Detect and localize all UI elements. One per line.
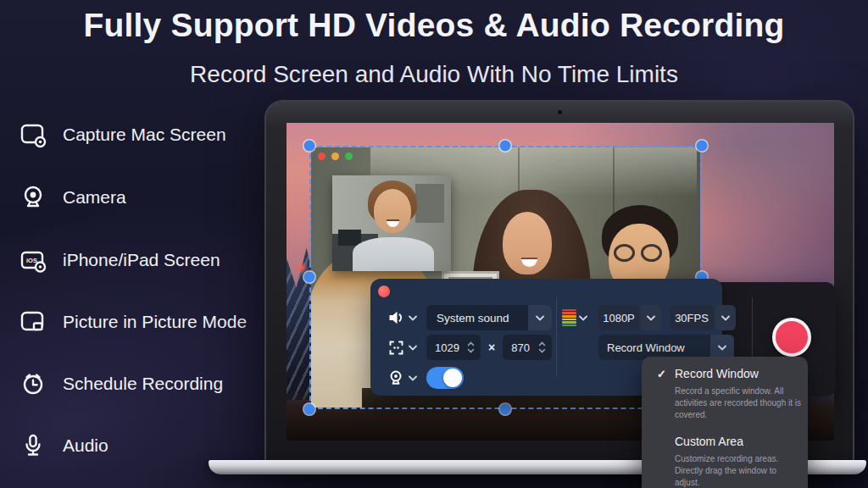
resolution-select[interactable]: 1080P <box>598 305 661 330</box>
selection-handle-bottom-mid[interactable] <box>500 404 511 415</box>
chevron-down-icon[interactable] <box>528 305 552 330</box>
webcam-icon <box>17 181 49 214</box>
feature-capture-mac-screen: Capture Mac Screen <box>17 116 226 153</box>
feature-label: Capture Mac Screen <box>63 125 226 145</box>
quality-row: 1080P 30FPS <box>598 305 736 330</box>
menu-item-label: Record Window <box>675 367 808 380</box>
framerate-value: 30FPS <box>670 305 714 330</box>
record-button[interactable] <box>772 318 811 357</box>
glasses-lens <box>614 244 635 262</box>
selection-handle-top-mid[interactable] <box>500 141 511 152</box>
minimize-window-button[interactable] <box>331 152 339 160</box>
alarm-clock-icon <box>17 368 49 400</box>
feature-camera: Camera <box>17 179 126 216</box>
camera-toggle[interactable] <box>426 367 464 389</box>
promo-screenshot: Fully Support HD Videos & Audio Recordin… <box>0 0 868 488</box>
resolution-value: 1080P <box>598 305 639 330</box>
selection-handle-left-mid[interactable] <box>304 272 315 283</box>
chevron-down-icon[interactable] <box>409 345 417 351</box>
page-title: Fully Support HD Videos & Audio Recordin… <box>0 7 868 44</box>
chevron-down-icon[interactable] <box>409 375 417 381</box>
menu-item-label: Custom Area <box>675 435 808 448</box>
feature-label: Camera <box>63 187 126 208</box>
resize-area-icon[interactable] <box>386 337 406 358</box>
window-traffic-lights <box>318 152 353 160</box>
feature-schedule-recording: Schedule Recording <box>17 365 223 402</box>
chevron-down-icon[interactable] <box>409 315 417 321</box>
laptop-camera-dot <box>558 110 562 114</box>
page-subtitle: Record Screen and Audio With No Time Lim… <box>0 61 868 88</box>
selection-handle-bottom-left[interactable] <box>304 404 315 415</box>
selection-handle-top-left[interactable] <box>304 141 315 152</box>
glasses-lens <box>641 244 662 262</box>
height-stepper[interactable]: 870 <box>503 335 552 360</box>
office-shelf <box>415 184 444 223</box>
svg-text:iOS: iOS <box>26 257 37 264</box>
audio-level-bars-icon <box>562 309 576 327</box>
toggle-knob <box>443 369 462 387</box>
height-value: 870 <box>511 341 534 354</box>
size-row: 1029 × 870 <box>386 335 552 360</box>
menu-item-description: Record a specific window. All activities… <box>675 385 802 422</box>
feature-audio: Audio <box>17 427 108 464</box>
feature-label: Audio <box>63 435 108 456</box>
menu-item-description: Customize recording areas. Directly drag… <box>675 453 802 488</box>
speaker-icon[interactable] <box>386 308 406 328</box>
stepper-arrows-icon <box>467 341 475 353</box>
width-value: 1029 <box>435 341 463 354</box>
close-window-button[interactable] <box>318 152 326 160</box>
record-mode-menu: ✓ Record Window Record a specific window… <box>642 357 808 488</box>
record-mode-value: Record Window <box>598 341 710 354</box>
stepper-arrows-icon <box>538 341 546 353</box>
feature-iphone-ipad-screen: iOS iPhone/iPad Screen <box>17 241 220 279</box>
sound-source-value: System sound <box>426 312 528 324</box>
ios-screen-icon: iOS <box>17 244 49 276</box>
close-toolbar-button[interactable] <box>378 286 390 297</box>
feature-label: Picture in Picture Mode <box>63 312 247 332</box>
webcam-icon[interactable] <box>386 368 406 388</box>
shirt <box>353 237 434 271</box>
chevron-down-icon[interactable] <box>715 305 736 330</box>
times-sign: × <box>488 341 495 354</box>
feature-picture-in-picture: Picture in Picture Mode <box>17 303 247 341</box>
chevron-down-icon[interactable] <box>641 305 661 330</box>
pip-icon <box>17 306 49 338</box>
menu-item-record-window[interactable]: ✓ Record Window Record a specific window… <box>657 367 808 422</box>
sound-source-select[interactable]: System sound <box>426 305 552 330</box>
framerate-select[interactable]: 30FPS <box>670 305 736 330</box>
office-monitor <box>338 230 361 246</box>
sound-row: System sound <box>386 305 587 330</box>
menu-item-custom-area[interactable]: Custom Area Customize recording areas. D… <box>657 435 808 488</box>
webcam-pip-window <box>332 175 451 271</box>
selection-handle-top-right[interactable] <box>697 141 708 152</box>
feature-label: iPhone/iPad Screen <box>63 250 220 270</box>
width-stepper[interactable]: 1029 <box>426 335 481 360</box>
microphone-icon <box>17 430 49 462</box>
check-icon: ✓ <box>657 368 666 380</box>
chevron-down-icon[interactable] <box>579 315 587 321</box>
mac-screen-icon <box>17 119 49 151</box>
zoom-window-button[interactable] <box>345 152 353 160</box>
toolbar-divider <box>556 297 557 377</box>
feature-label: Schedule Recording <box>63 374 223 394</box>
camera-row <box>386 365 464 391</box>
